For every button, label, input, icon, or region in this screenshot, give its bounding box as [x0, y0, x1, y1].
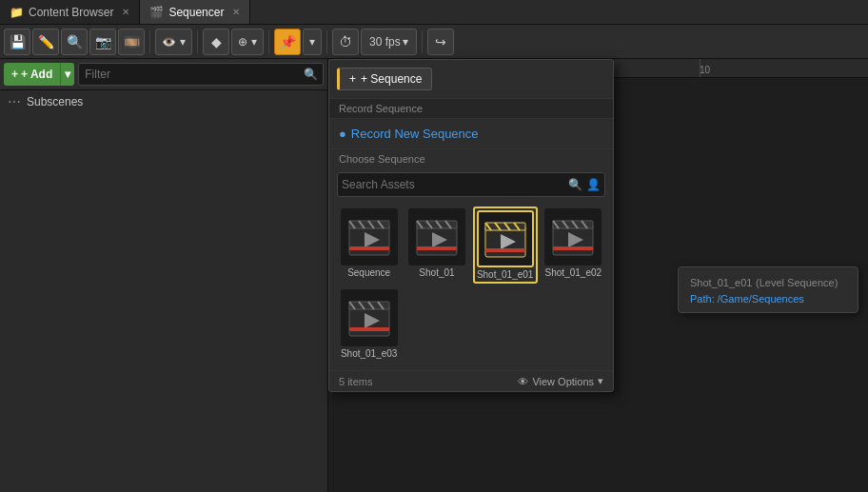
edit-button[interactable]: ✏️: [32, 29, 59, 55]
asset-user-icon: 👤: [586, 178, 601, 191]
film-button[interactable]: 🎞️: [118, 29, 145, 55]
add-label: + Add: [21, 68, 52, 81]
subscenes-item[interactable]: ⋯ Subscenes: [0, 90, 327, 113]
search-wrap: 🔍: [78, 63, 324, 86]
toolbar-separator-1: [149, 30, 150, 53]
clapboard-icon-sequence: [345, 213, 393, 261]
tab-bar: 📁 Content Browser ✕ 🎬 Sequencer ✕: [0, 0, 868, 25]
fps-arrow: ▾: [403, 35, 408, 49]
eye-arrow: ▾: [180, 35, 186, 49]
asset-search-icons: 🔍 👤: [568, 178, 601, 191]
asset-label-shot01: Shot_01: [419, 267, 454, 278]
search-button[interactable]: 🔍: [61, 29, 88, 55]
tab-content-browser-close[interactable]: ✕: [122, 7, 129, 17]
add-button-arrow[interactable]: ▾: [61, 63, 74, 86]
ruler-line-100: [700, 59, 700, 77]
diamond-button[interactable]: ◆: [203, 29, 229, 55]
toolbar-separator-5: [422, 30, 423, 53]
sequence-plus-icon: +: [349, 72, 356, 86]
record-new-sequence-btn[interactable]: ● Record New Sequence: [329, 119, 613, 148]
svg-rect-39: [349, 327, 389, 331]
cb-toolbar: + + Add ▾ 🔍: [0, 59, 327, 90]
tooltip-path-value: /Game/Sequences: [718, 293, 804, 305]
asset-item-shot01e02[interactable]: Shot_01_e02: [542, 207, 605, 284]
subscenes-label: Subscenes: [27, 95, 83, 108]
grid-bottom: 5 items 👁 View Options ▾: [329, 370, 613, 391]
timer-button[interactable]: ⏱: [332, 29, 359, 55]
fps-label: 30 fps: [369, 35, 401, 49]
asset-item-shot01[interactable]: Shot_01: [404, 207, 468, 284]
svg-rect-15: [417, 246, 457, 250]
view-options-label: View Options: [532, 376, 594, 387]
tooltip-asset-name: Shot_01_e01: [690, 277, 752, 288]
pin-arrow-button[interactable]: ▾: [303, 29, 322, 55]
tooltip-type: (Level Sequence): [756, 277, 838, 288]
toolbar-separator-3: [268, 30, 269, 53]
pin-arrow: ▾: [309, 35, 315, 49]
add-arrow: ▾: [65, 68, 70, 81]
ruler-mark-100: 10: [700, 59, 710, 77]
fps-selector[interactable]: 30 fps ▾: [361, 29, 417, 55]
tab-sequencer[interactable]: 🎬 Sequencer ✕: [140, 0, 250, 24]
asset-item-sequence[interactable]: Sequence: [337, 207, 401, 284]
search-icon: 🔍: [304, 68, 318, 81]
arrow-button[interactable]: ↪: [427, 29, 454, 55]
crosshair-arrow: ▾: [251, 35, 257, 49]
svg-rect-31: [553, 246, 593, 250]
crosshair-icon: ⊕: [238, 35, 247, 49]
choose-sequence-label: Choose Sequence: [329, 148, 613, 168]
asset-thumb-shot01: [408, 208, 465, 266]
sequencer-tab-icon: 🎬: [149, 6, 164, 19]
asset-thumb-shot01e01: [477, 210, 534, 267]
subscenes-grid-icon: ⋯: [8, 94, 21, 109]
add-button[interactable]: + + Add ▾: [4, 63, 74, 86]
main-toolbar: 💾 ✏️ 🔍 📷 🎞️ 👁️ ▾ ◆ ⊕ ▾ 📌 ▾ ⏱ 30 fps ▾ ↪: [0, 25, 868, 59]
pin-button[interactable]: 📌: [274, 29, 301, 55]
sequence-btn-wrap: + + Sequence: [329, 60, 613, 98]
view-options-arrow: ▾: [598, 375, 603, 387]
sequence-button[interactable]: + + Sequence: [337, 68, 432, 90]
eye-view-icon: 👁: [518, 376, 528, 387]
record-new-label: Record New Sequence: [351, 127, 479, 141]
tooltip-path-link: /Game/Sequences: [718, 293, 804, 305]
asset-label-shot01e01: Shot_01_e01: [477, 269, 534, 280]
asset-label-shot01e02: Shot_01_e02: [545, 267, 602, 278]
content-browser-panel: + + Add ▾ 🔍 ⋯ Subscenes: [0, 59, 328, 492]
toolbar-separator-4: [326, 30, 327, 53]
asset-search-input[interactable]: [342, 178, 564, 191]
clapboard-icon-shot01e02: [549, 213, 597, 261]
asset-item-shot01e01[interactable]: Shot_01_e01: [473, 207, 538, 284]
add-icon: +: [11, 68, 18, 81]
asset-label-sequence: Sequence: [347, 267, 390, 278]
svg-rect-23: [485, 248, 525, 252]
asset-label-shot01e03: Shot_01_e03: [341, 348, 398, 359]
asset-thumb-shot01e02: [544, 208, 602, 266]
save-button[interactable]: 💾: [4, 29, 30, 55]
crosshair-button[interactable]: ⊕ ▾: [231, 29, 264, 55]
asset-search-icon: 🔍: [568, 178, 582, 191]
add-button-main[interactable]: + + Add: [4, 63, 61, 86]
tooltip-path-label: Path:: [690, 293, 715, 305]
tab-sequencer-close[interactable]: ✕: [232, 7, 240, 17]
eye-button[interactable]: 👁️ ▾: [155, 29, 192, 55]
tooltip-path: Path: /Game/Sequences: [690, 293, 846, 305]
tab-content-browser[interactable]: 📁 Content Browser ✕: [0, 0, 140, 24]
tab-sequencer-label: Sequencer: [168, 6, 224, 19]
asset-item-shot01e03[interactable]: Shot_01_e03: [337, 287, 401, 361]
record-icon: ●: [339, 127, 346, 141]
cb-filter-input[interactable]: [78, 63, 324, 86]
asset-grid: Sequence Shot_01: [329, 201, 613, 366]
asset-thumb-sequence: [341, 208, 398, 266]
clapboard-icon-shot01e03: [345, 294, 393, 342]
asset-search-bar: 🔍 👤: [337, 172, 605, 197]
asset-thumb-shot01e03: [341, 289, 398, 346]
clapboard-icon-shot01: [413, 213, 461, 261]
tooltip-title: Shot_01_e01 (Level Sequence): [690, 275, 846, 289]
tooltip-type-label: (Level Sequence): [756, 277, 838, 288]
camera-button[interactable]: 📷: [89, 29, 116, 55]
sequence-dropdown: + + Sequence Record Sequence ● Record Ne…: [328, 59, 614, 392]
tab-content-browser-label: Content Browser: [29, 6, 113, 19]
sequence-btn-label: + Sequence: [361, 72, 422, 86]
view-options-button[interactable]: 👁 View Options ▾: [518, 375, 603, 387]
clapboard-icon-shot01e01: [482, 215, 529, 263]
